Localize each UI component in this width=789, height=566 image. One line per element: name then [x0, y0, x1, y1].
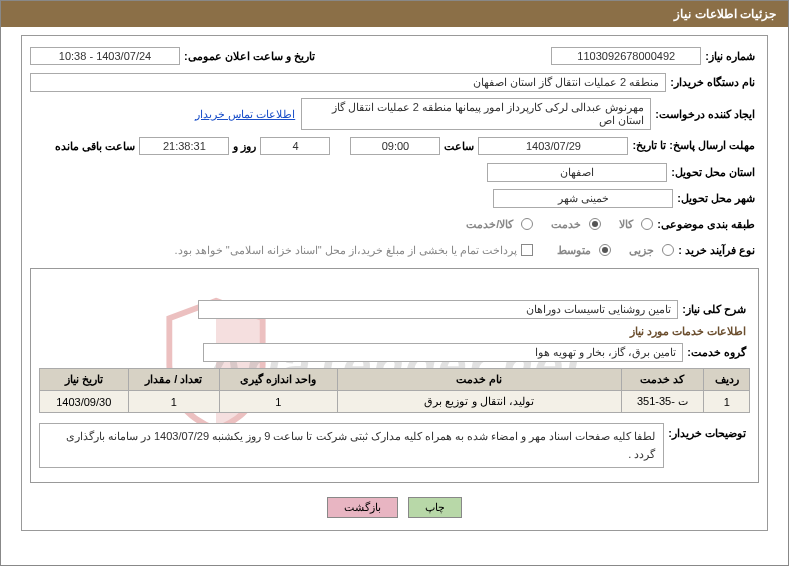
radio-minor-group: جزیی: [629, 244, 674, 257]
radio-goods-service-label: کالا/خدمت: [466, 218, 513, 231]
services-header: اطلاعات خدمات مورد نیاز: [39, 325, 746, 338]
th-name: نام خدمت: [337, 369, 621, 391]
buyer-org-label: نام دستگاه خریدار:: [666, 76, 759, 89]
buyer-note-value: لطفا کلیه صفحات اسناد مهر و امضاء شده به…: [39, 423, 664, 468]
cell-row: 1: [704, 391, 750, 413]
radio-goods-service-group: کالا/خدمت: [466, 218, 533, 231]
cell-unit: 1: [219, 391, 337, 413]
radio-service[interactable]: [589, 218, 601, 230]
radio-goods-label: کالا: [619, 218, 633, 231]
cell-qty: 1: [128, 391, 219, 413]
purchase-type-label: نوع فرآیند خرید :: [674, 244, 759, 257]
buyer-org-value: منطقه 2 عملیات انتقال گاز استان اصفهان: [30, 73, 666, 92]
need-no-value: 1103092678000492: [551, 47, 701, 65]
th-qty: تعداد / مقدار: [128, 369, 219, 391]
th-unit: واحد اندازه گیری: [219, 369, 337, 391]
province-label: استان محل تحویل:: [667, 166, 759, 179]
overall-label: شرح کلی نیاز:: [678, 303, 750, 316]
contact-link[interactable]: اطلاعات تماس خریدار: [195, 108, 295, 121]
radio-minor[interactable]: [662, 244, 674, 256]
treasury-checkbox[interactable]: [521, 244, 533, 256]
buyer-note-label: توضیحات خریدار:: [664, 423, 750, 440]
announce-label: تاریخ و ساعت اعلان عمومی:: [180, 50, 319, 63]
radio-minor-label: جزیی: [629, 244, 654, 257]
radio-service-label: خدمت: [551, 218, 581, 231]
th-row: ردیف: [704, 369, 750, 391]
radio-goods-group: کالا: [619, 218, 653, 231]
cell-date: 1403/09/30: [40, 391, 129, 413]
city-label: شهر محل تحویل:: [673, 192, 759, 205]
need-no-label: شماره نیاز:: [701, 50, 759, 63]
cell-code: ت -35-351: [621, 391, 704, 413]
days-and-label: روز و: [229, 140, 260, 153]
th-code: کد خدمت: [621, 369, 704, 391]
radio-goods[interactable]: [641, 218, 653, 230]
deadline-time: 09:00: [350, 137, 440, 155]
city-value: خمینی شهر: [493, 189, 673, 208]
requester-value: مهرنوش عبدالی لرکی کارپرداز امور پیمانها…: [301, 98, 651, 130]
th-date: تاریخ نیاز: [40, 369, 129, 391]
radio-medium[interactable]: [599, 244, 611, 256]
table-row: 1 ت -35-351 تولید، انتقال و توزیع برق 1 …: [40, 391, 750, 413]
announce-value: 1403/07/24 - 10:38: [30, 47, 180, 65]
time-label: ساعت: [440, 140, 478, 153]
group-label: گروه خدمت:: [683, 346, 750, 359]
cell-name: تولید، انتقال و توزیع برق: [337, 391, 621, 413]
province-value: اصفهان: [487, 163, 667, 182]
services-table: ردیف کد خدمت نام خدمت واحد اندازه گیری ت…: [39, 368, 750, 413]
treasury-note: پرداخت تمام یا بخشی از مبلغ خرید،از محل …: [175, 244, 518, 257]
days-remaining: 4: [260, 137, 330, 155]
group-value: تامین برق، گاز، بخار و تهویه هوا: [203, 343, 683, 362]
remaining-label: ساعت باقی مانده: [51, 140, 139, 153]
radio-service-group: خدمت: [551, 218, 601, 231]
radio-medium-group: متوسط: [557, 244, 611, 257]
deadline-label: مهلت ارسال پاسخ: تا تاریخ:: [628, 139, 759, 152]
radio-goods-service[interactable]: [521, 218, 533, 230]
category-label: طبقه بندی موضوعی:: [653, 218, 759, 231]
print-button[interactable]: چاپ: [408, 497, 462, 518]
requester-label: ایجاد کننده درخواست:: [651, 108, 759, 121]
page-title: جزئیات اطلاعات نیاز: [1, 1, 788, 27]
radio-medium-label: متوسط: [557, 244, 591, 257]
deadline-date: 1403/07/29: [478, 137, 628, 155]
time-remaining: 21:38:31: [139, 137, 229, 155]
back-button[interactable]: بازگشت: [327, 497, 398, 518]
overall-value: تامین روشنایی تاسیسات دوراهان: [198, 300, 678, 319]
